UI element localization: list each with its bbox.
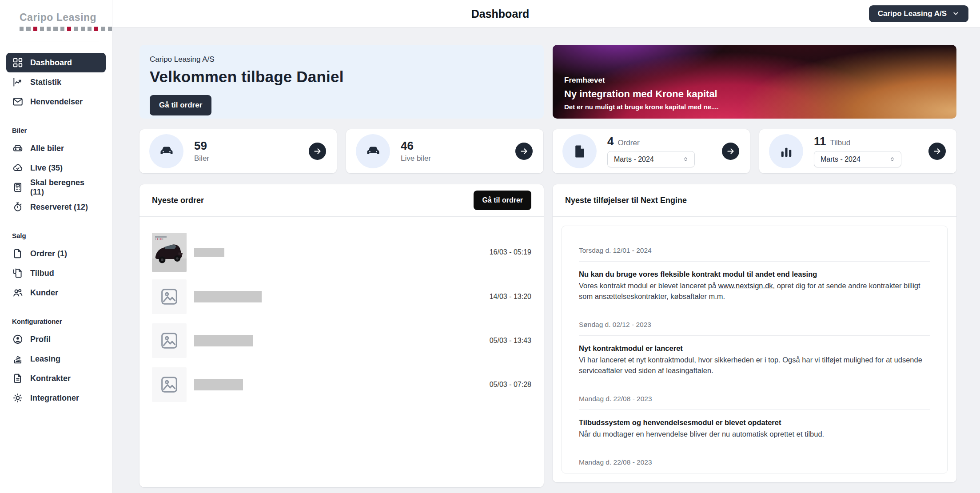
sidebar-item-label: Ordrer (1): [30, 249, 67, 258]
sidebar: Caripo Leasing Dashboard Statistik Henve…: [0, 0, 112, 493]
sidebar-item-label: Alle biler: [30, 144, 64, 153]
organization-dropdown-button[interactable]: Caripo Leasing A/S: [869, 5, 968, 22]
sidebar-item-live[interactable]: Live (35): [6, 158, 106, 178]
sidebar-section-konfigurationer: Konfigurationer: [6, 318, 106, 325]
car-icon: [12, 143, 24, 154]
sidebar-item-label: Profil: [30, 335, 51, 344]
month-select-value: Marts - 2024: [614, 155, 654, 163]
order-image-placeholder: [152, 323, 187, 358]
featured-banner[interactable]: Fremhævet Ny integration med Krone kapit…: [553, 45, 956, 119]
news-entry-title: Nyt kontraktmodul er lanceret: [579, 344, 930, 353]
news-entry: Torsdag d. 12/01 - 2024 Nu kan du bruge …: [579, 246, 930, 302]
news-date: Søndag d. 02/12 - 2023: [579, 321, 930, 329]
arrow-right-icon: [313, 147, 322, 156]
sidebar-section-biler: Biler: [6, 127, 106, 134]
stat-card-biler: 59 Biler: [139, 129, 337, 173]
order-row[interactable]: 05/03 - 13:43: [152, 323, 531, 358]
stat-card-tilbud: 11 Tilbud Marts - 2024: [759, 129, 956, 173]
sidebar-item-skal-beregnes[interactable]: Skal beregnes (11): [6, 178, 106, 197]
select-chevrons-icon: [682, 156, 689, 163]
page-title: Dashboard: [471, 7, 530, 20]
arrow-right-icon: [726, 147, 735, 156]
line-chart-icon: [12, 76, 24, 88]
stat-arrow-button[interactable]: [515, 143, 533, 160]
news-date: Mandag d. 22/08 - 2023: [579, 395, 930, 403]
stat-value: 11: [814, 135, 826, 148]
sidebar-item-ordrer[interactable]: Ordrer (1): [6, 244, 106, 263]
sidebar-item-label: Kontrakter: [30, 374, 71, 383]
sidebar-item-alle-biler[interactable]: Alle biler: [6, 139, 106, 158]
news-entry-body: Vi har lanceret et nyt kontraktmodul, hv…: [579, 355, 930, 376]
stat-label: Ordrer: [617, 139, 639, 147]
document-icon: [12, 248, 24, 259]
stat-arrow-button[interactable]: [928, 143, 946, 160]
stat-arrow-button[interactable]: [722, 143, 739, 160]
sidebar-item-label: Kunder: [30, 288, 58, 298]
order-row[interactable]: 16/03 - 05:19: [152, 233, 531, 272]
sidebar-item-label: Leasing: [30, 354, 60, 364]
news-divider: [579, 410, 930, 410]
go-to-orders-button[interactable]: Gå til ordrer: [150, 95, 211, 115]
order-row[interactable]: 14/03 - 13:20: [152, 279, 531, 314]
sidebar-item-statistik[interactable]: Statistik: [6, 72, 106, 92]
stat-arrow-button[interactable]: [309, 143, 326, 160]
news-entry-body: Vores kontrakt modul er blevet lanceret …: [579, 281, 930, 302]
sidebar-item-henvendelser[interactable]: Henvendelser: [6, 92, 106, 111]
organization-name: Caripo Leasing A/S: [878, 9, 947, 18]
image-placeholder-icon: [159, 286, 179, 307]
sidebar-item-kontrakter[interactable]: Kontrakter: [6, 369, 106, 388]
sidebar-item-profil[interactable]: Profil: [6, 330, 106, 349]
image-placeholder-icon: [159, 374, 179, 395]
sidebar-item-integrationer[interactable]: Integrationer: [6, 388, 106, 408]
order-placeholder-bar: [194, 248, 224, 257]
gear-icon: [12, 392, 24, 404]
top-header: Dashboard Caripo Leasing A/S: [112, 0, 980, 28]
sidebar-nav: Dashboard Statistik Henvendelser Biler A…: [0, 53, 112, 408]
sidebar-item-label: Skal beregnes (11): [30, 178, 100, 197]
latest-orders-card: Nyeste ordrer Gå til ordrer: [139, 184, 544, 487]
news-entry-body: Når du modtager en henvendelse bliver de…: [579, 429, 930, 440]
sidebar-item-tilbud[interactable]: Tilbud: [6, 263, 106, 283]
featured-tag: Fremhævet: [564, 76, 719, 85]
news-entry: Søndag d. 02/12 - 2023 Nyt kontraktmodul…: [579, 321, 930, 376]
order-image-placeholder: [152, 279, 187, 314]
users-icon: [12, 287, 24, 298]
order-row[interactable]: 05/03 - 07:28: [152, 367, 531, 402]
document-lines-icon: [12, 373, 24, 384]
car-photo: [152, 233, 187, 272]
sidebar-item-reserveret[interactable]: Reserveret (12): [6, 197, 106, 217]
news-divider: [579, 335, 930, 336]
month-select[interactable]: Marts - 2024: [814, 151, 901, 167]
dashboard-grid-icon: [12, 57, 24, 68]
stat-label: Biler: [194, 154, 209, 163]
featured-subtitle: Det er nu muligt at bruge krone kapital …: [564, 103, 719, 111]
order-car-thumbnail: [152, 233, 187, 272]
cloud-check-icon: [12, 162, 24, 174]
sidebar-item-kunder[interactable]: Kunder: [6, 283, 106, 302]
go-to-orders-button[interactable]: Gå til ordrer: [474, 191, 531, 210]
stat-card-live-biler: 46 Live biler: [346, 129, 543, 173]
month-select[interactable]: Marts - 2024: [607, 151, 695, 167]
sidebar-item-leasing[interactable]: Leasing: [6, 349, 106, 369]
welcome-company: Caripo Leasing A/S: [150, 55, 534, 64]
news-entry: Mandag d. 22/08 - 2023 Integrationer Vi …: [579, 458, 930, 473]
news-date: Torsdag d. 12/01 - 2024: [579, 246, 930, 254]
user-circle-icon: [12, 334, 24, 345]
stat-label: Live biler: [401, 154, 431, 163]
nextsign-link[interactable]: www.nextsign.dk: [718, 282, 773, 290]
sidebar-divider: [13, 41, 99, 41]
document-filled-icon: [572, 143, 588, 159]
news-divider: [579, 261, 930, 262]
sidebar-item-label: Henvendelser: [30, 97, 83, 107]
calculator-icon: [12, 182, 24, 193]
order-timestamp: 05/03 - 07:28: [490, 381, 531, 389]
featured-text: Fremhævet Ny integration med Krone kapit…: [564, 76, 719, 111]
bar-chart-icon: [778, 143, 794, 159]
stat-value: 59: [194, 139, 209, 152]
main-content: Caripo Leasing A/S Velkommen tilbage Dan…: [112, 28, 980, 493]
sidebar-item-dashboard[interactable]: Dashboard: [6, 53, 106, 72]
order-timestamp: 14/03 - 13:20: [490, 293, 531, 301]
sidebar-item-label: Statistik: [30, 78, 61, 87]
envelope-icon: [12, 96, 24, 107]
sidebar-item-label: Integrationer: [30, 394, 79, 403]
